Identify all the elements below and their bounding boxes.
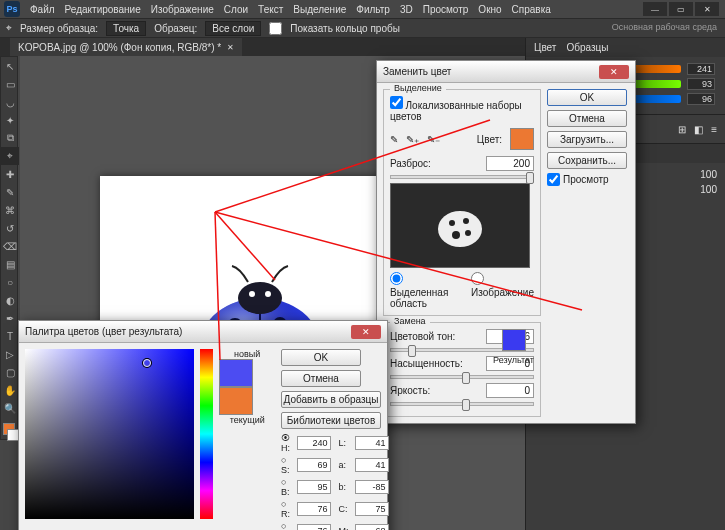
ok-button[interactable]: OK (547, 89, 627, 106)
tool-wand[interactable]: ✦ (1, 111, 19, 129)
picker-ok-button[interactable]: OK (281, 349, 361, 366)
hue-strip[interactable] (200, 349, 214, 519)
replace-titlebar[interactable]: Заменить цвет ✕ (377, 61, 635, 83)
preview-check-row[interactable]: Просмотр (547, 173, 629, 186)
svg-point-12 (438, 211, 482, 247)
load-button[interactable]: Загрузить... (547, 131, 627, 148)
tab-label: KOPOBA.jpg @ 100% (Фон копия, RGB/8*) * (18, 42, 221, 53)
field-g[interactable] (297, 524, 331, 530)
fuzziness-field[interactable] (486, 156, 534, 171)
val-b[interactable]: 96 (687, 93, 715, 105)
tool-eraser[interactable]: ⌫ (1, 237, 19, 255)
opt-sample-size[interactable]: Точка (106, 21, 146, 36)
tool-path[interactable]: ▷ (1, 345, 19, 363)
new-color-swatch[interactable] (219, 359, 253, 387)
light-field[interactable] (486, 383, 534, 398)
field-h[interactable] (297, 436, 331, 450)
field-s[interactable] (297, 458, 331, 472)
picker-titlebar[interactable]: Палитра цветов (цвет результата) ✕ (19, 321, 387, 343)
panel-icon[interactable]: ⊞ (678, 124, 686, 135)
tool-history[interactable]: ↺ (1, 219, 19, 237)
radio-image[interactable]: Изображение (471, 272, 534, 309)
eyedropper-icon[interactable]: ✎ (390, 134, 398, 145)
tool-move[interactable]: ↖ (1, 57, 19, 75)
color-swatches[interactable] (1, 421, 19, 439)
opt-sample[interactable]: Все слои (205, 21, 261, 36)
menu-select[interactable]: Выделение (293, 4, 346, 15)
tab-close-icon[interactable]: ✕ (227, 43, 234, 52)
field-r[interactable] (297, 502, 331, 516)
eyedropper-plus-icon[interactable]: ✎₊ (406, 134, 419, 145)
add-swatch-button[interactable]: Добавить в образцы (281, 391, 381, 408)
tool-lasso[interactable]: ◡ (1, 93, 19, 111)
field-c[interactable] (355, 502, 389, 516)
picker-close-icon[interactable]: ✕ (351, 325, 381, 339)
menu-view[interactable]: Просмотр (423, 4, 469, 15)
cancel-button[interactable]: Отмена (547, 110, 627, 127)
color-field[interactable] (25, 349, 194, 519)
document-tab[interactable]: KOPOBA.jpg @ 100% (Фон копия, RGB/8*) * … (10, 38, 242, 56)
svg-point-14 (463, 218, 469, 224)
menu-file[interactable]: Файл (30, 4, 55, 15)
color-picker-dialog[interactable]: Палитра цветов (цвет результата) ✕ новый… (18, 320, 388, 530)
sat-slider[interactable] (390, 375, 534, 379)
source-color-swatch[interactable] (510, 128, 534, 150)
opt-ring-label: Показать кольцо пробы (290, 23, 400, 34)
color-libs-button[interactable]: Библиотеки цветов (281, 412, 381, 429)
hue-label: Цветовой тон: (390, 331, 455, 342)
menu-layers[interactable]: Слои (224, 4, 248, 15)
eyedropper-minus-icon[interactable]: ✎₋ (427, 134, 440, 145)
tool-text[interactable]: T (1, 327, 19, 345)
radio-selection[interactable]: Выделенная область (390, 272, 457, 309)
panel-icon3[interactable]: ≡ (711, 124, 717, 135)
menu-edit[interactable]: Редактирование (65, 4, 141, 15)
tool-crop[interactable]: ⧉ (1, 129, 19, 147)
tool-brush[interactable]: ✎ (1, 183, 19, 201)
minimize-button[interactable]: — (643, 2, 667, 16)
menu-text[interactable]: Текст (258, 4, 283, 15)
replace-color-dialog[interactable]: Заменить цвет ✕ Выделение Локализованные… (376, 60, 636, 424)
local-check-row[interactable]: Локализованные наборы цветов (390, 101, 522, 122)
maximize-button[interactable]: ▭ (669, 2, 693, 16)
tool-shape[interactable]: ▢ (1, 363, 19, 381)
replace-close-icon[interactable]: ✕ (599, 65, 629, 79)
menu-bar: Ps Файл Редактирование Изображение Слои … (0, 0, 725, 18)
color-marker[interactable] (143, 359, 151, 367)
menu-filter[interactable]: Фильтр (356, 4, 390, 15)
local-checkbox[interactable] (390, 96, 403, 109)
menu-image[interactable]: Изображение (151, 4, 214, 15)
workspace-label[interactable]: Основная рабочая среда (612, 22, 717, 32)
menu-3d[interactable]: 3D (400, 4, 413, 15)
tab-color[interactable]: Цвет (534, 42, 556, 53)
tool-hand[interactable]: ✋ (1, 381, 19, 399)
tool-blur[interactable]: ○ (1, 273, 19, 291)
panel-icon2[interactable]: ◧ (694, 124, 703, 135)
close-button[interactable]: ✕ (695, 2, 719, 16)
result-swatch[interactable] (502, 329, 526, 351)
field-a[interactable] (355, 458, 389, 472)
current-color-swatch[interactable] (219, 387, 253, 415)
picker-cancel-button[interactable]: Отмена (281, 370, 361, 387)
save-button[interactable]: Сохранить... (547, 152, 627, 169)
tool-eyedropper[interactable]: ⌖ (1, 147, 19, 165)
field-m[interactable] (355, 524, 389, 530)
tool-dodge[interactable]: ◐ (1, 291, 19, 309)
fuzziness-slider[interactable] (390, 175, 534, 179)
field-l[interactable] (355, 436, 389, 450)
tool-stamp[interactable]: ⌘ (1, 201, 19, 219)
tab-swatches[interactable]: Образцы (566, 42, 608, 53)
tool-marquee[interactable]: ▭ (1, 75, 19, 93)
tool-heal[interactable]: ✚ (1, 165, 19, 183)
val-g[interactable]: 93 (687, 78, 715, 90)
menu-help[interactable]: Справка (512, 4, 551, 15)
val-r[interactable]: 241 (687, 63, 715, 75)
tool-zoom[interactable]: 🔍 (1, 399, 19, 417)
tool-gradient[interactable]: ▤ (1, 255, 19, 273)
opt-ring-check[interactable] (269, 22, 282, 35)
tool-pen[interactable]: ✒ (1, 309, 19, 327)
field-lab-b[interactable] (355, 480, 389, 494)
field-b[interactable] (297, 480, 331, 494)
preview-checkbox[interactable] (547, 173, 560, 186)
menu-window[interactable]: Окно (478, 4, 501, 15)
light-slider[interactable] (390, 402, 534, 406)
